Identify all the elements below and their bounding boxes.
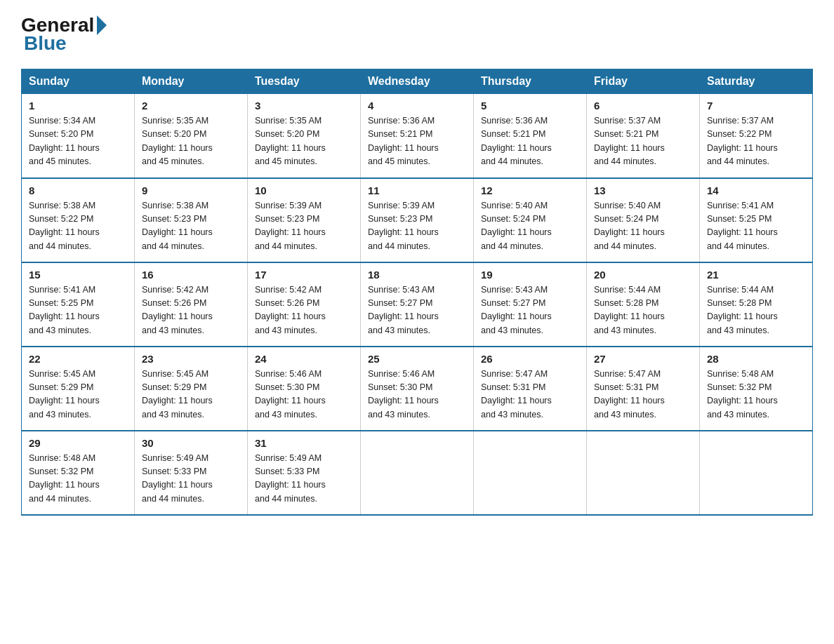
calendar-cell: 15 Sunrise: 5:41 AM Sunset: 5:25 PM Dayl… xyxy=(22,262,135,347)
day-number: 23 xyxy=(142,353,240,365)
day-number: 29 xyxy=(29,437,127,449)
calendar-header: SundayMondayTuesdayWednesdayThursdayFrid… xyxy=(22,69,813,94)
calendar-cell: 4 Sunrise: 5:36 AM Sunset: 5:21 PM Dayli… xyxy=(361,94,474,178)
header-cell-saturday: Saturday xyxy=(700,69,813,94)
header-cell-sunday: Sunday xyxy=(22,69,135,94)
calendar-cell: 11 Sunrise: 5:39 AM Sunset: 5:23 PM Dayl… xyxy=(361,178,474,262)
week-row-4: 22 Sunrise: 5:45 AM Sunset: 5:29 PM Dayl… xyxy=(22,347,813,431)
calendar-cell: 29 Sunrise: 5:48 AM Sunset: 5:32 PM Dayl… xyxy=(22,431,135,515)
day-info: Sunrise: 5:39 AM Sunset: 5:23 PM Dayligh… xyxy=(368,199,466,254)
calendar-cell: 7 Sunrise: 5:37 AM Sunset: 5:22 PM Dayli… xyxy=(700,94,813,178)
calendar-cell: 6 Sunrise: 5:37 AM Sunset: 5:21 PM Dayli… xyxy=(587,94,700,178)
calendar-cell: 12 Sunrise: 5:40 AM Sunset: 5:24 PM Dayl… xyxy=(474,178,587,262)
calendar-cell: 16 Sunrise: 5:42 AM Sunset: 5:26 PM Dayl… xyxy=(135,262,248,347)
logo-blue-text: Blue xyxy=(24,32,67,55)
day-number: 11 xyxy=(368,185,466,196)
calendar-cell: 5 Sunrise: 5:36 AM Sunset: 5:21 PM Dayli… xyxy=(474,94,587,178)
day-info: Sunrise: 5:47 AM Sunset: 5:31 PM Dayligh… xyxy=(594,368,692,422)
day-info: Sunrise: 5:40 AM Sunset: 5:24 PM Dayligh… xyxy=(481,199,579,254)
day-number: 22 xyxy=(29,353,127,365)
day-info: Sunrise: 5:42 AM Sunset: 5:26 PM Dayligh… xyxy=(255,283,353,338)
calendar-cell: 20 Sunrise: 5:44 AM Sunset: 5:28 PM Dayl… xyxy=(587,262,700,347)
day-info: Sunrise: 5:38 AM Sunset: 5:22 PM Dayligh… xyxy=(29,199,127,254)
day-number: 5 xyxy=(481,100,579,112)
calendar-cell: 23 Sunrise: 5:45 AM Sunset: 5:29 PM Dayl… xyxy=(135,347,248,431)
day-info: Sunrise: 5:49 AM Sunset: 5:33 PM Dayligh… xyxy=(255,452,353,507)
day-info: Sunrise: 5:42 AM Sunset: 5:26 PM Dayligh… xyxy=(142,283,240,338)
day-number: 14 xyxy=(707,185,805,196)
day-number: 18 xyxy=(368,269,466,281)
day-info: Sunrise: 5:40 AM Sunset: 5:24 PM Dayligh… xyxy=(594,199,692,254)
day-info: Sunrise: 5:35 AM Sunset: 5:20 PM Dayligh… xyxy=(255,114,353,169)
logo-arrow-icon xyxy=(97,15,107,35)
calendar-table: SundayMondayTuesdayWednesdayThursdayFrid… xyxy=(21,69,813,516)
day-info: Sunrise: 5:37 AM Sunset: 5:22 PM Dayligh… xyxy=(707,114,805,169)
day-number: 10 xyxy=(255,185,353,196)
calendar-cell: 27 Sunrise: 5:47 AM Sunset: 5:31 PM Dayl… xyxy=(587,347,700,431)
day-info: Sunrise: 5:49 AM Sunset: 5:33 PM Dayligh… xyxy=(142,452,240,507)
day-number: 12 xyxy=(481,185,579,196)
calendar-cell: 3 Sunrise: 5:35 AM Sunset: 5:20 PM Dayli… xyxy=(248,94,361,178)
day-info: Sunrise: 5:35 AM Sunset: 5:20 PM Dayligh… xyxy=(142,114,240,169)
logo: General Blue xyxy=(21,14,108,55)
calendar-cell: 1 Sunrise: 5:34 AM Sunset: 5:20 PM Dayli… xyxy=(22,94,135,178)
week-row-3: 15 Sunrise: 5:41 AM Sunset: 5:25 PM Dayl… xyxy=(22,262,813,347)
calendar-cell xyxy=(474,431,587,515)
calendar-cell xyxy=(587,431,700,515)
day-number: 1 xyxy=(29,100,127,112)
header-cell-thursday: Thursday xyxy=(474,69,587,94)
week-row-5: 29 Sunrise: 5:48 AM Sunset: 5:32 PM Dayl… xyxy=(22,431,813,515)
calendar-body: 1 Sunrise: 5:34 AM Sunset: 5:20 PM Dayli… xyxy=(22,94,813,515)
day-info: Sunrise: 5:41 AM Sunset: 5:25 PM Dayligh… xyxy=(29,283,127,338)
day-info: Sunrise: 5:48 AM Sunset: 5:32 PM Dayligh… xyxy=(29,452,127,507)
day-info: Sunrise: 5:47 AM Sunset: 5:31 PM Dayligh… xyxy=(481,368,579,422)
day-info: Sunrise: 5:39 AM Sunset: 5:23 PM Dayligh… xyxy=(255,199,353,254)
day-info: Sunrise: 5:36 AM Sunset: 5:21 PM Dayligh… xyxy=(368,114,466,169)
header-cell-friday: Friday xyxy=(587,69,700,94)
day-info: Sunrise: 5:46 AM Sunset: 5:30 PM Dayligh… xyxy=(255,368,353,422)
day-number: 9 xyxy=(142,185,240,196)
day-number: 6 xyxy=(594,100,692,112)
day-number: 3 xyxy=(255,100,353,112)
day-info: Sunrise: 5:45 AM Sunset: 5:29 PM Dayligh… xyxy=(142,368,240,422)
calendar-cell: 9 Sunrise: 5:38 AM Sunset: 5:23 PM Dayli… xyxy=(135,178,248,262)
header-cell-monday: Monday xyxy=(135,69,248,94)
day-info: Sunrise: 5:48 AM Sunset: 5:32 PM Dayligh… xyxy=(707,368,805,422)
header-row: SundayMondayTuesdayWednesdayThursdayFrid… xyxy=(22,69,813,94)
day-info: Sunrise: 5:34 AM Sunset: 5:20 PM Dayligh… xyxy=(29,114,127,169)
week-row-1: 1 Sunrise: 5:34 AM Sunset: 5:20 PM Dayli… xyxy=(22,94,813,178)
day-info: Sunrise: 5:44 AM Sunset: 5:28 PM Dayligh… xyxy=(707,283,805,338)
day-number: 19 xyxy=(481,269,579,281)
calendar-cell: 31 Sunrise: 5:49 AM Sunset: 5:33 PM Dayl… xyxy=(248,431,361,515)
calendar-cell: 18 Sunrise: 5:43 AM Sunset: 5:27 PM Dayl… xyxy=(361,262,474,347)
day-number: 8 xyxy=(29,185,127,196)
day-info: Sunrise: 5:38 AM Sunset: 5:23 PM Dayligh… xyxy=(142,199,240,254)
day-number: 25 xyxy=(368,353,466,365)
calendar-cell: 22 Sunrise: 5:45 AM Sunset: 5:29 PM Dayl… xyxy=(22,347,135,431)
calendar-cell xyxy=(361,431,474,515)
calendar-cell: 13 Sunrise: 5:40 AM Sunset: 5:24 PM Dayl… xyxy=(587,178,700,262)
day-info: Sunrise: 5:37 AM Sunset: 5:21 PM Dayligh… xyxy=(594,114,692,169)
calendar-cell: 25 Sunrise: 5:46 AM Sunset: 5:30 PM Dayl… xyxy=(361,347,474,431)
calendar-cell: 14 Sunrise: 5:41 AM Sunset: 5:25 PM Dayl… xyxy=(700,178,813,262)
week-row-2: 8 Sunrise: 5:38 AM Sunset: 5:22 PM Dayli… xyxy=(22,178,813,262)
day-info: Sunrise: 5:43 AM Sunset: 5:27 PM Dayligh… xyxy=(368,283,466,338)
day-number: 15 xyxy=(29,269,127,281)
day-number: 24 xyxy=(255,353,353,365)
day-number: 20 xyxy=(594,269,692,281)
day-number: 28 xyxy=(707,353,805,365)
calendar-cell: 24 Sunrise: 5:46 AM Sunset: 5:30 PM Dayl… xyxy=(248,347,361,431)
day-number: 2 xyxy=(142,100,240,112)
page-header: General Blue xyxy=(21,14,813,55)
day-number: 4 xyxy=(368,100,466,112)
day-number: 16 xyxy=(142,269,240,281)
calendar-cell: 8 Sunrise: 5:38 AM Sunset: 5:22 PM Dayli… xyxy=(22,178,135,262)
calendar-cell: 19 Sunrise: 5:43 AM Sunset: 5:27 PM Dayl… xyxy=(474,262,587,347)
day-info: Sunrise: 5:44 AM Sunset: 5:28 PM Dayligh… xyxy=(594,283,692,338)
header-cell-wednesday: Wednesday xyxy=(361,69,474,94)
calendar-cell: 17 Sunrise: 5:42 AM Sunset: 5:26 PM Dayl… xyxy=(248,262,361,347)
day-info: Sunrise: 5:45 AM Sunset: 5:29 PM Dayligh… xyxy=(29,368,127,422)
day-number: 21 xyxy=(707,269,805,281)
day-number: 31 xyxy=(255,437,353,449)
calendar-cell: 26 Sunrise: 5:47 AM Sunset: 5:31 PM Dayl… xyxy=(474,347,587,431)
